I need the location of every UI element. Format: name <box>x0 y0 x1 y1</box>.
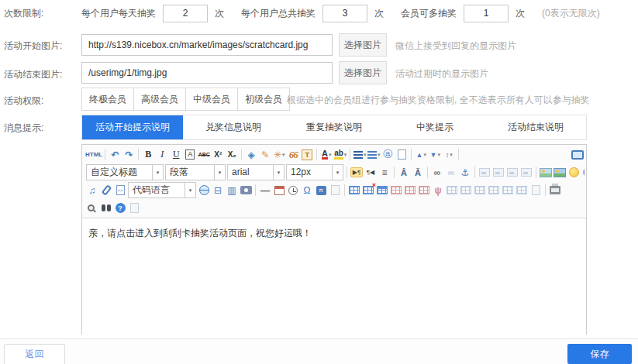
format-brush-icon[interactable]: ✎ <box>258 147 272 163</box>
insert-row-icon[interactable] <box>403 183 417 198</box>
template-icon[interactable] <box>328 183 342 198</box>
blockquote-icon[interactable]: 66 <box>286 147 300 163</box>
total-draw-input[interactable] <box>322 5 367 22</box>
unordered-list-icon[interactable]: ▾ <box>367 147 381 163</box>
insert-time-icon[interactable] <box>286 183 300 198</box>
print-icon[interactable] <box>548 183 562 198</box>
font-size-select[interactable]: 12px▾ <box>286 164 343 180</box>
end-image-pick-button[interactable]: 选择图片 <box>339 61 387 84</box>
fullscreen-icon[interactable] <box>571 147 585 163</box>
ordered-list-icon[interactable]: ▾ <box>353 147 367 163</box>
font-size-select-value: 12px <box>286 164 333 180</box>
image-manager-icon[interactable] <box>553 165 567 180</box>
member-level-beginner-button[interactable]: 初级会员 <box>237 88 290 111</box>
page-break-icon[interactable]: ⊟ <box>211 183 225 198</box>
italic-icon[interactable]: I <box>155 147 169 163</box>
preview-icon[interactable] <box>85 201 99 216</box>
map-icon[interactable] <box>197 183 211 198</box>
scrawl-icon[interactable] <box>581 165 585 180</box>
delete-row-icon[interactable] <box>473 183 487 198</box>
tab-repeat-draw[interactable]: 重复抽奖说明 <box>284 115 385 139</box>
start-image-url-input[interactable] <box>81 34 333 56</box>
insert-iframe-icon[interactable]: ▥ <box>225 183 239 198</box>
preview-icon-glyph <box>88 204 95 211</box>
horizontal-rule-icon-glyph: — <box>260 185 270 196</box>
member-extra-draw-input[interactable] <box>464 5 509 22</box>
delete-col-icon[interactable] <box>487 183 501 198</box>
attachment-icon[interactable] <box>99 183 113 198</box>
link-icon[interactable]: ∞ <box>430 165 444 180</box>
auto-typeset-icon[interactable]: ✳▾ <box>272 147 286 163</box>
drafts-icon[interactable] <box>127 201 141 216</box>
horizontal-rule-icon[interactable]: — <box>258 183 272 198</box>
bold-icon[interactable]: B <box>141 147 155 163</box>
member-level-advanced-button[interactable]: 高级会员 <box>133 88 186 111</box>
subscript-icon[interactable]: X₂ <box>225 147 239 163</box>
tab-redeem-info[interactable]: 兑奖信息说明 <box>183 115 284 139</box>
image-float-center-icon[interactable] <box>505 165 519 180</box>
indent-icon[interactable]: ≡ <box>378 165 391 180</box>
doc-icon[interactable] <box>529 183 543 198</box>
emotion-icon[interactable] <box>567 165 581 180</box>
strikethrough-icon[interactable]: ABC <box>197 147 211 163</box>
screenshot-icon[interactable] <box>239 183 253 198</box>
formula-icon[interactable] <box>314 183 328 198</box>
end-image-url-input[interactable] <box>81 62 333 84</box>
source-icon[interactable]: HTML <box>85 147 102 163</box>
merge-cells-icon[interactable] <box>389 183 403 198</box>
anchor-icon[interactable]: ⓐ <box>381 147 395 163</box>
split-cols-icon[interactable] <box>515 183 529 198</box>
font-color-icon[interactable]: A▾ <box>319 147 333 163</box>
to-uppercase-icon[interactable]: Â <box>397 165 411 180</box>
member-level-intermediate-button[interactable]: 中级会员 <box>185 88 238 111</box>
paste-plain-icon[interactable]: T <box>300 147 314 163</box>
split-rows-icon[interactable] <box>501 183 515 198</box>
split-cells-icon[interactable]: ψ <box>431 183 445 198</box>
direction-ltr-icon[interactable]: ▶¶ <box>350 165 364 180</box>
merge-down-icon[interactable] <box>459 183 473 198</box>
search-replace-icon[interactable] <box>99 201 113 216</box>
tab-activity-start-prompt[interactable]: 活动开始提示说明 <box>82 115 183 139</box>
insert-col-icon[interactable] <box>417 183 431 198</box>
line-height-icon[interactable]: ↕▾ <box>442 147 456 163</box>
insert-table-icon[interactable] <box>347 183 361 198</box>
tab-win-prompt[interactable]: 中奖提示 <box>385 115 485 139</box>
image-float-left-icon[interactable] <box>491 165 505 180</box>
clear-doc-icon[interactable] <box>395 147 409 163</box>
redo-icon[interactable]: ↷ <box>122 147 136 163</box>
direction-rtl-icon[interactable]: ¶◀ <box>364 165 378 180</box>
paragraph-select[interactable]: 段落▾ <box>165 164 226 180</box>
undo-icon[interactable]: ↶ <box>108 147 122 163</box>
insert-image-icon[interactable] <box>539 165 553 180</box>
tab-activity-end[interactable]: 活动结束说明 <box>485 115 586 139</box>
code-language-select[interactable]: 代码语言▾ <box>128 182 196 198</box>
highlight-color-icon[interactable]: ab▾ <box>333 147 347 163</box>
superscript-icon[interactable]: X² <box>211 147 225 163</box>
remove-format-icon[interactable]: ◈ <box>244 147 258 163</box>
underline-icon[interactable]: U <box>169 147 183 163</box>
special-chars-icon[interactable]: Ω <box>300 183 314 198</box>
start-image-pick-button[interactable]: 选择图片 <box>339 33 387 57</box>
paragraph-spacing-top-icon[interactable]: ▲▾ <box>414 147 428 163</box>
member-level-ultimate-button[interactable]: 终极会员 <box>81 88 134 111</box>
image-float-none-icon[interactable] <box>478 165 491 180</box>
back-button[interactable]: 返回 <box>4 344 65 364</box>
table-title-icon[interactable] <box>375 183 389 198</box>
image-float-right-icon[interactable] <box>519 165 533 180</box>
font-border-icon[interactable]: A <box>183 147 197 163</box>
insert-date-icon[interactable] <box>272 183 286 198</box>
unlink-icon[interactable]: ∞ <box>444 165 458 180</box>
insert-code-icon[interactable] <box>113 183 127 198</box>
to-lowercase-icon[interactable]: Ǎ <box>411 165 425 180</box>
save-button[interactable]: 保存 <box>567 344 632 364</box>
insert-anchor-icon[interactable]: ⚓ <box>458 165 472 180</box>
insert-music-icon[interactable]: ♫ <box>85 183 99 198</box>
delete-table-icon[interactable] <box>361 183 375 198</box>
custom-title-select[interactable]: 自定义标题▾ <box>86 164 164 180</box>
merge-right-icon[interactable] <box>445 183 459 198</box>
paragraph-spacing-bottom-icon[interactable]: ▼▾ <box>428 147 442 163</box>
help-icon[interactable] <box>113 201 127 216</box>
daily-draw-input[interactable] <box>163 5 208 22</box>
font-family-select[interactable]: arial▾ <box>227 164 285 180</box>
editor-content-area[interactable]: 亲，请点击进入到刮刮卡抽奖活动页面，祝您好运哦！ <box>82 218 586 336</box>
